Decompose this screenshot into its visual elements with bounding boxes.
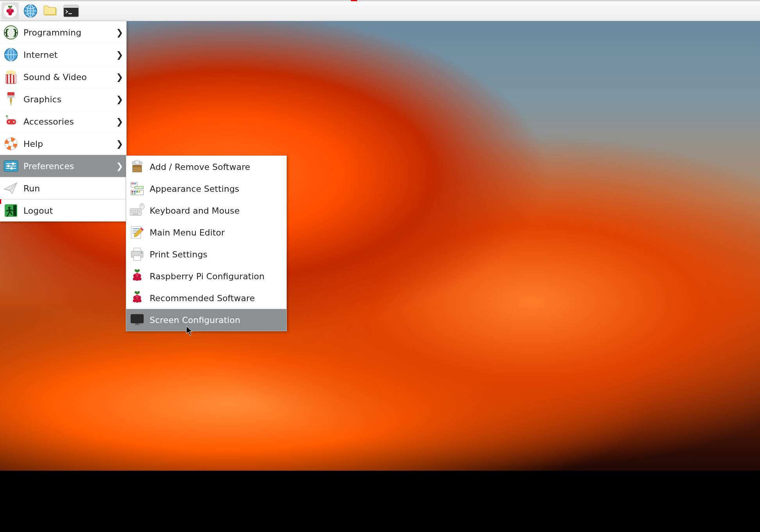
menu-item-label: Programming	[23, 28, 111, 37]
svg-rect-61	[137, 210, 138, 211]
chevron-right-icon: ❯	[116, 50, 122, 60]
svg-rect-44	[133, 165, 142, 167]
svg-rect-62	[139, 210, 140, 211]
menu-item-label: Graphics	[23, 95, 111, 104]
paintbrush-icon	[3, 91, 19, 107]
popcorn-icon	[3, 69, 19, 85]
svg-point-90	[138, 299, 141, 302]
menu-item-accessories[interactable]: + Accessories ❯	[0, 110, 126, 132]
svg-rect-58	[131, 210, 132, 211]
chevron-right-icon: ❯	[116, 72, 122, 82]
keyboard-mouse-icon	[129, 203, 145, 218]
menu-editor-icon	[129, 225, 145, 240]
submenu-item-label: Add / Remove Software	[150, 162, 250, 172]
submenu-item-appearance-settings[interactable]: Appearance Settings	[126, 178, 286, 200]
chevron-right-icon: ❯	[116, 95, 122, 104]
svg-rect-48	[134, 183, 136, 184]
code-braces-icon: { }	[3, 25, 19, 40]
svg-rect-23	[7, 95, 14, 98]
svg-rect-9	[64, 5, 79, 8]
svg-text:{ }: { }	[4, 28, 18, 37]
submenu-item-raspi-config[interactable]: Raspberry Pi Configuration	[126, 265, 286, 287]
svg-point-4	[9, 8, 12, 11]
submenu-item-screen-configuration[interactable]: Screen Configuration	[126, 309, 286, 331]
svg-rect-59	[133, 210, 134, 211]
menu-item-label: Sound & Video	[23, 72, 111, 82]
svg-rect-36	[12, 162, 14, 165]
submenu-item-label: Main Menu Editor	[150, 228, 225, 237]
menu-item-label: Internet	[23, 50, 111, 60]
chevron-right-icon: ❯	[116, 28, 122, 37]
svg-rect-47	[132, 183, 134, 184]
menu-item-logout[interactable]: Logout	[0, 199, 126, 221]
menu-item-internet[interactable]: Internet ❯	[0, 43, 126, 66]
svg-rect-93	[134, 325, 141, 326]
svg-rect-49	[135, 186, 143, 189]
submenu-item-add-remove-software[interactable]: Add / Remove Software	[126, 156, 286, 178]
svg-rect-77	[134, 256, 141, 261]
start-menu-button[interactable]	[2, 2, 19, 20]
svg-point-27	[13, 121, 15, 123]
submenu-item-label: Keyboard and Mouse	[150, 206, 240, 216]
swiss-knife-icon: +	[3, 114, 19, 129]
svg-point-89	[133, 299, 136, 302]
terminal-icon	[63, 5, 79, 17]
chevron-right-icon: ❯	[116, 117, 122, 127]
package-icon	[129, 159, 145, 175]
terminal-launcher[interactable]	[63, 2, 80, 20]
svg-rect-92	[135, 323, 139, 325]
sliders-icon	[3, 158, 19, 174]
svg-rect-54	[139, 191, 140, 193]
svg-rect-64	[133, 212, 134, 213]
file-manager-launcher[interactable]	[42, 2, 59, 20]
svg-rect-65	[135, 212, 136, 213]
svg-rect-53	[136, 191, 138, 193]
crop-mark	[0, 199, 1, 204]
paper-plane-icon	[3, 180, 19, 196]
svg-rect-63	[131, 212, 132, 213]
raspberry-icon	[129, 290, 145, 306]
svg-rect-18	[13, 74, 14, 84]
svg-text:+: +	[6, 116, 8, 118]
submenu-item-label: Raspberry Pi Configuration	[150, 271, 265, 281]
logout-icon	[3, 203, 19, 218]
appearance-icon	[129, 181, 145, 196]
submenu-item-keyboard-mouse[interactable]: Keyboard and Mouse	[126, 200, 286, 221]
submenu-item-label: Recommended Software	[150, 293, 255, 303]
svg-point-78	[141, 252, 142, 254]
printer-icon	[129, 246, 145, 262]
svg-rect-66	[137, 212, 138, 213]
submenu-item-main-menu-editor[interactable]: Main Menu Editor	[126, 221, 286, 243]
svg-rect-55	[132, 193, 133, 194]
web-browser-launcher[interactable]	[22, 2, 39, 20]
submenu-item-recommended-software[interactable]: Recommended Software	[126, 287, 286, 309]
raspberry-icon	[3, 4, 18, 18]
svg-point-21	[12, 71, 16, 75]
svg-rect-16	[7, 74, 8, 84]
svg-rect-24	[10, 98, 12, 101]
menu-item-sound-video[interactable]: Sound & Video ❯	[0, 66, 126, 88]
menu-item-label: Preferences	[23, 161, 111, 171]
svg-rect-25	[7, 119, 16, 124]
globe-icon	[23, 4, 38, 18]
lifebuoy-icon	[3, 136, 19, 152]
folder-icon	[43, 4, 59, 18]
raspberry-icon	[129, 268, 145, 284]
monitor-icon	[129, 312, 145, 328]
submenu-item-label: Print Settings	[150, 250, 207, 259]
menu-item-programming[interactable]: { } Programming ❯	[0, 21, 126, 43]
menu-item-graphics[interactable]: Graphics ❯	[0, 88, 126, 110]
globe-icon	[3, 47, 19, 62]
svg-rect-67	[139, 212, 140, 213]
menu-item-run[interactable]: Run	[0, 177, 126, 199]
submenu-item-print-settings[interactable]: Print Settings	[126, 243, 286, 265]
menu-item-preferences[interactable]: Preferences ❯	[0, 155, 126, 177]
svg-point-31	[8, 141, 13, 146]
menu-item-label: Run	[23, 184, 122, 193]
menu-item-label: Accessories	[23, 117, 111, 127]
svg-point-84	[138, 277, 141, 280]
preferences-submenu: Add / Remove Software Appearance Setting…	[126, 155, 287, 331]
svg-point-45	[135, 160, 139, 164]
menu-item-label: Help	[23, 139, 111, 149]
menu-item-help[interactable]: Help ❯	[0, 132, 126, 155]
